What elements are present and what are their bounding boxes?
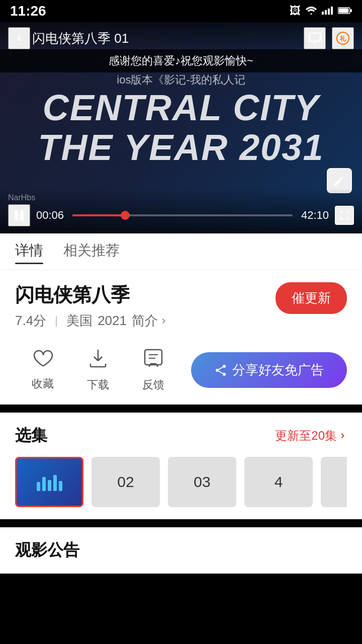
episode-section-title: 选集 [15,425,47,447]
show-country: 美国 [66,312,93,330]
svg-rect-13 [20,210,24,220]
video-title-line1: CENTRAL CITY [43,88,320,128]
fullscreen-button[interactable] [335,206,354,225]
pause-button[interactable] [8,204,30,226]
show-rating: 7.4分 [15,312,46,330]
controls-row: 00:06 42:10 [8,204,354,226]
svg-rect-2 [328,9,330,15]
svg-rect-6 [339,9,349,13]
topbar-actions: 礼 [304,27,354,49]
tabs-row: 详情 相关推荐 [0,233,362,270]
battery-icon [338,5,352,18]
episode-04[interactable]: 4 [244,457,313,507]
video-controls: NarHbs 00:06 42:10 [0,188,362,233]
svg-line-21 [217,370,224,374]
photo-icon: 🖼 [290,5,301,18]
tabs-section: 详情 相关推荐 [0,233,362,270]
share-label: 分享好友免广告 [232,361,324,379]
episode-05[interactable]: 05 [321,457,347,507]
collect-label: 收藏 [32,376,54,391]
status-time: 11:26 [10,3,46,19]
section-header: 选集 更新至20集 [15,425,347,447]
share-button[interactable]: 分享好友免广告 [191,352,347,388]
episodes-row: 02 03 4 05 06 [15,457,347,511]
episode-03[interactable]: 03 [168,457,236,507]
download-action[interactable]: 下载 [70,348,126,392]
svg-line-20 [217,366,224,370]
video-topbar-title: 闪电侠第八季 01 [32,30,304,47]
progress-fill [72,214,125,216]
show-year: 2021 [98,313,127,329]
update-info[interactable]: 更新至20集 [275,428,347,444]
show-info-section: 闪电侠第八季 7.4分 ｜ 美国 2021 简介 催更新 收藏 [0,270,362,405]
episode-section: 选集 更新至20集 02 03 4 [0,413,362,519]
video-player[interactable]: CENTRAL CITY THE YEAR 2031 闪电侠第八季 01 礼 感… [0,22,362,233]
svg-rect-14 [145,350,162,365]
download-label: 下载 [87,377,109,392]
bell-button[interactable]: 礼 [332,27,354,49]
intro-link[interactable]: 简介 [132,312,168,330]
status-icons: 🖼 [290,5,352,18]
collect-action[interactable]: 收藏 [15,349,70,391]
feedback-action[interactable]: 反馈 [126,348,181,392]
show-title: 闪电侠第八季 [15,282,168,308]
time-current: 00:06 [36,209,66,222]
actions-row: 收藏 下载 反馈 分享好友免广告 [15,348,347,392]
svg-rect-12 [15,210,18,220]
show-info-left: 闪电侠第八季 7.4分 ｜ 美国 2021 简介 [15,282,168,340]
wifi-icon [306,5,317,18]
status-bar: 11:26 🖼 [0,0,362,22]
video-title-line2: THE YEAR 2031 [38,128,324,168]
playing-bars-icon [37,473,62,491]
video-topbar: 闪电侠第八季 01 礼 [0,22,362,54]
tab-details[interactable]: 详情 [15,241,43,262]
progress-thumb [121,211,130,220]
progress-bar[interactable] [72,214,293,216]
narhbs-label: NarHbs [8,193,354,202]
update-button[interactable]: 催更新 [276,282,347,314]
download-icon [87,348,109,373]
signal-icon [322,5,333,18]
episode-01[interactable] [15,457,83,507]
svg-rect-3 [331,7,333,15]
svg-text:礼: 礼 [339,35,346,42]
heart-icon [32,349,53,372]
ios-message: ios版本《影记-我的私人记 [0,72,362,88]
episode-02[interactable]: 02 [92,457,160,507]
feedback-label: 反馈 [142,377,164,392]
announcement-section: 观影公告 [0,527,362,574]
show-info-row: 闪电侠第八季 7.4分 ｜ 美国 2021 简介 催更新 [15,282,347,340]
show-meta: 7.4分 ｜ 美国 2021 简介 [15,312,168,330]
back-button[interactable] [8,27,30,49]
tab-recommendations[interactable]: 相关推荐 [63,241,120,262]
svg-rect-5 [350,9,352,12]
svg-rect-1 [325,10,327,15]
announcement-title: 观影公告 [15,541,79,559]
feedback-icon [143,348,164,373]
screencast-button[interactable] [304,27,326,49]
svg-rect-0 [322,12,324,15]
divider: ｜ [51,314,61,328]
time-total: 42:10 [299,209,329,222]
